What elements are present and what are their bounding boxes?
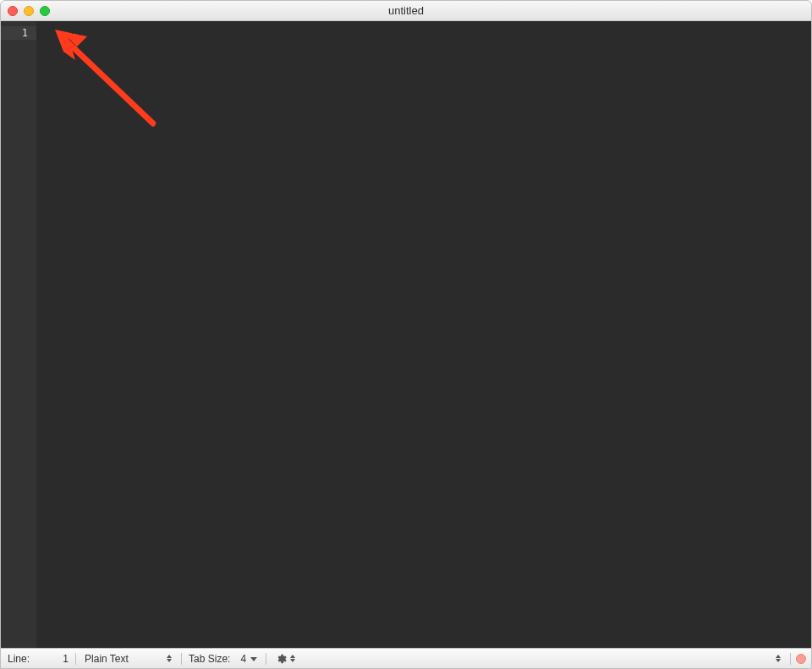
separator xyxy=(790,653,791,665)
separator xyxy=(266,653,266,665)
zoom-icon[interactable] xyxy=(40,6,50,16)
syntax-label: Plain Text xyxy=(85,653,161,665)
line-value: 1 xyxy=(36,653,70,665)
updown-caret-icon xyxy=(166,653,173,665)
tabsize-label: Tab Size: xyxy=(187,653,232,665)
minimize-icon[interactable] xyxy=(24,6,34,16)
tabsize-dropdown[interactable]: 4 xyxy=(237,651,261,666)
separator xyxy=(181,653,182,665)
editor-area: 1 xyxy=(1,21,811,648)
close-icon[interactable] xyxy=(8,6,18,16)
editor-window: untitled 1 Line: 1 Plain Text Tab Size xyxy=(0,0,812,669)
tabsize-value: 4 xyxy=(240,653,246,665)
window-title: untitled xyxy=(1,4,811,17)
statusbar: Line: 1 Plain Text Tab Size: 4 xyxy=(1,648,811,668)
line-number-gutter[interactable]: 1 xyxy=(1,21,36,648)
line-number: 1 xyxy=(1,26,36,40)
gear-icon xyxy=(275,653,287,665)
updown-caret-icon xyxy=(289,653,296,665)
text-editor[interactable] xyxy=(36,21,811,648)
syntax-dropdown[interactable]: Plain Text xyxy=(81,651,176,666)
separator xyxy=(75,653,76,665)
updown-caret-icon xyxy=(775,653,782,665)
window-controls xyxy=(8,6,50,16)
right-stepper[interactable] xyxy=(771,651,785,666)
titlebar[interactable]: untitled xyxy=(1,1,811,21)
chevron-down-icon xyxy=(248,653,257,665)
unsaved-indicator-icon xyxy=(796,654,806,664)
settings-dropdown[interactable] xyxy=(272,651,299,666)
line-label: Line: xyxy=(6,653,31,665)
